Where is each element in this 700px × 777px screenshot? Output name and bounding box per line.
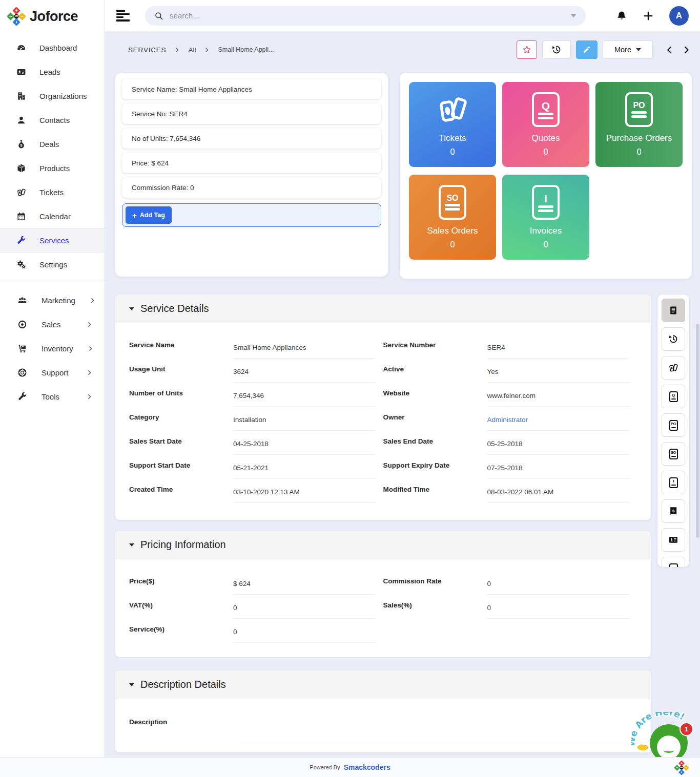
breadcrumb-view[interactable]: All — [188, 46, 196, 54]
field-label: Active — [383, 365, 487, 373]
history-button[interactable] — [542, 40, 571, 59]
tile-tickets[interactable]: Tickets 0 — [409, 82, 496, 167]
sidebar-item-deals[interactable]: Deals — [0, 132, 105, 156]
history-icon — [551, 45, 562, 55]
sidebar-item-organizations[interactable]: Organizations — [0, 84, 105, 108]
field-label: Sales End Date — [383, 437, 487, 445]
sidebar-item-support[interactable]: Support — [0, 361, 105, 385]
sidebar-item-label: Leads — [39, 68, 60, 76]
sidebar-item-sales[interactable]: Sales — [0, 312, 105, 337]
sidebar-item-settings[interactable]: Settings — [0, 253, 105, 277]
rail-record-details-button[interactable] — [662, 299, 685, 322]
global-search — [145, 6, 586, 26]
sidebar-item-services[interactable]: Services — [0, 228, 105, 253]
rail-history-button[interactable] — [662, 327, 685, 351]
chevron-right-icon — [90, 298, 95, 303]
rail-sales-orders-button[interactable]: SO — [662, 442, 685, 466]
chat-face-icon — [657, 736, 681, 757]
previous-record-icon[interactable] — [665, 46, 674, 54]
pricing-information-header: Pricing Information — [115, 531, 651, 559]
collapse-caret-icon[interactable] — [129, 683, 134, 686]
tile-sales-orders[interactable]: SO Sales Orders 0 — [409, 175, 496, 260]
breadcrumb-module[interactable]: SERVICES — [128, 46, 166, 54]
tile-quotes[interactable]: Q Quotes 0 — [502, 82, 589, 167]
field-value: 08-03-2022 06:01 AM — [487, 485, 630, 503]
chat-unread-badge: 1 — [680, 722, 693, 736]
search-scope-dropdown-icon[interactable] — [570, 14, 577, 17]
building-icon — [16, 91, 26, 101]
collapse-caret-icon[interactable] — [129, 543, 134, 547]
field-value: 07-25-2018 — [487, 461, 630, 479]
next-record-icon[interactable] — [682, 46, 691, 54]
related-rail: Q PO SO I — [657, 295, 689, 567]
sidebar-item-marketing[interactable]: Marketing — [0, 288, 105, 312]
field-label: Support Expiry Date — [383, 461, 487, 469]
target-icon — [17, 320, 27, 329]
tile-label: Quotes — [532, 133, 560, 143]
hand-icon — [635, 741, 651, 754]
rail-price-books-button[interactable] — [662, 499, 685, 523]
field-value: www.feiner.com — [487, 389, 630, 407]
box-icon — [16, 163, 26, 173]
section-title: Description Details — [140, 679, 226, 690]
price-book-icon — [668, 506, 678, 516]
rail-purchase-orders-button[interactable]: PO — [662, 413, 685, 437]
description-details-section: Description Details Description — [115, 670, 651, 752]
avatar[interactable]: A — [669, 6, 689, 26]
edit-button[interactable] — [576, 40, 598, 59]
description-value — [238, 718, 637, 744]
sidebar-item-dashboard[interactable]: Dashboard — [0, 36, 105, 60]
rail-contacts-button[interactable] — [662, 528, 685, 552]
add-tag-button[interactable]: +Add Tag — [126, 206, 172, 224]
field-value: 03-10-2020 12:13 AM — [233, 485, 376, 503]
chevron-right-icon — [87, 370, 92, 375]
tickets-icon — [436, 92, 469, 127]
field-label: Created Time — [129, 485, 233, 493]
sidebar-item-inventory[interactable]: Inventory — [0, 337, 105, 361]
notifications-bell-icon[interactable] — [616, 10, 627, 22]
menu-toggle-icon[interactable] — [116, 10, 130, 22]
scrollbar-thumb[interactable] — [696, 324, 699, 538]
favorite-star-button[interactable] — [517, 40, 537, 59]
field-label: Service(%) — [129, 625, 233, 633]
sidebar-item-tools[interactable]: Tools — [0, 385, 105, 409]
sidebar-item-calendar[interactable]: Calendar — [0, 204, 105, 228]
chevron-right-icon — [174, 47, 180, 53]
field-label: Price($) — [129, 577, 233, 585]
tile-invoices[interactable]: I Invoices 0 — [502, 175, 589, 260]
field-label: Website — [383, 389, 487, 397]
smackcoders-link[interactable]: Smackcoders — [344, 763, 390, 771]
rail-tickets-button[interactable] — [662, 356, 685, 380]
search-input[interactable] — [170, 11, 570, 20]
field-value: 04-25-2018 — [233, 437, 376, 455]
sidebar-item-leads[interactable]: Leads — [0, 60, 105, 84]
purchase-orders-icon: PO — [625, 92, 653, 127]
ticket-icon — [668, 363, 678, 373]
add-tag-label: Add Tag — [140, 212, 165, 219]
quick-create-plus-icon[interactable] — [643, 10, 654, 22]
field-label: Number of Units — [129, 389, 233, 397]
sales-orders-icon: SO — [439, 185, 466, 220]
owner-link[interactable]: Administrator — [487, 413, 630, 431]
sidebar-item-tickets[interactable]: Tickets — [0, 180, 105, 204]
tile-label: Purchase Orders — [606, 133, 672, 143]
document-icon — [669, 563, 678, 568]
sidebar: Joforce Dashboard Leads Organizations Co… — [0, 0, 105, 757]
page: Joforce Dashboard Leads Organizations Co… — [0, 0, 700, 777]
app-logo[interactable]: Joforce — [0, 0, 105, 32]
plus-icon: + — [132, 211, 137, 220]
more-button[interactable]: More — [603, 40, 653, 59]
rail-quotes-button[interactable]: Q — [662, 385, 685, 408]
sidebar-item-products[interactable]: Products — [0, 156, 105, 180]
sidebar-item-label: Products — [39, 164, 70, 173]
sidebar-item-contacts[interactable]: Contacts — [0, 108, 105, 132]
sidebar-menu: Dashboard Leads Organizations Contacts D… — [0, 32, 105, 409]
ticket-icon — [16, 187, 26, 197]
sidebar-item-label: Contacts — [39, 116, 70, 124]
tile-purchase-orders[interactable]: PO Purchase Orders 0 — [595, 82, 683, 167]
collapse-caret-icon[interactable] — [129, 307, 134, 310]
rail-invoices-button[interactable]: I — [662, 471, 685, 494]
contact-card-icon — [668, 535, 678, 545]
tile-count: 0 — [450, 147, 455, 157]
rail-documents-button[interactable] — [662, 557, 685, 567]
